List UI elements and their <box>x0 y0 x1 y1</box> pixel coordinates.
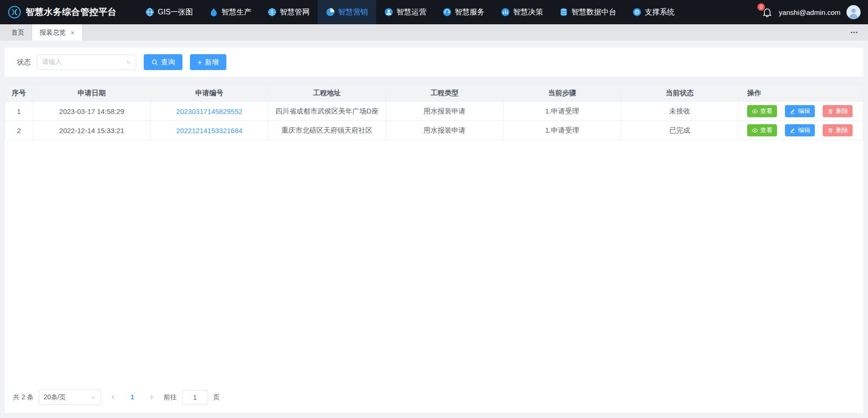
nav-label: 支撑系统 <box>645 7 675 17</box>
nav-label: 智慧生产 <box>222 7 252 17</box>
main-nav: GIS一张图 智慧生产 智慧管网 智慧营销 智慧运营 <box>137 0 683 24</box>
trash-icon <box>827 108 833 114</box>
edit-icon <box>790 128 796 134</box>
col-step: 当前步骤 <box>504 85 621 102</box>
application-number-link[interactable]: 20221214153321684 <box>176 127 243 135</box>
delete-button[interactable]: 删除 <box>823 105 853 117</box>
delete-button-label: 删除 <box>836 107 848 115</box>
service-icon <box>442 7 452 17</box>
delete-button-label: 删除 <box>836 126 848 135</box>
app-title: 智慧水务综合管控平台 <box>26 6 117 18</box>
cell-step: 1.申请受理 <box>504 121 621 140</box>
search-icon <box>151 59 158 66</box>
logo-icon <box>7 5 21 19</box>
nav-item-smart-production[interactable]: 智慧生产 <box>201 0 259 24</box>
edit-button-label: 编辑 <box>798 107 810 115</box>
nav-item-smart-operations[interactable]: 智慧运营 <box>376 0 434 24</box>
col-status: 当前状态 <box>621 85 739 102</box>
status-select[interactable]: 请输入 <box>37 55 136 70</box>
notification-badge: 0 <box>757 3 765 11</box>
view-button-label: 查看 <box>760 126 772 135</box>
cell-apply-date: 2022-12-14 15:33:21 <box>33 121 151 140</box>
col-apply-no: 申请编号 <box>151 85 268 102</box>
chevron-down-icon <box>126 59 131 65</box>
nav-item-gis-map[interactable]: GIS一张图 <box>137 0 201 24</box>
tab-label: 报装总览 <box>40 28 66 37</box>
pagination-total: 共 2 条 <box>13 393 34 402</box>
page-number-1[interactable]: 1 <box>126 390 140 405</box>
nav-label: 智慧运营 <box>397 7 427 17</box>
status-select-placeholder: 请输入 <box>42 58 62 66</box>
nav-label: 智慧服务 <box>455 7 485 17</box>
cell-apply-date: 2023-03-17 14:58:29 <box>33 102 151 121</box>
eye-icon <box>752 108 758 114</box>
cell-index: 1 <box>5 102 33 121</box>
top-navbar: 智慧水务综合管控平台 GIS一张图 智慧生产 智慧管网 智慧营销 <box>0 0 868 24</box>
nav-item-smart-marketing[interactable]: 智慧营销 <box>318 0 376 24</box>
nav-item-smart-decision[interactable]: 智慧决策 <box>493 0 551 24</box>
tab-home[interactable]: 首页 <box>4 24 32 41</box>
navbar-right: 0 yanshi@admin.com <box>762 5 861 19</box>
applications-table: 序号 申请日期 申请编号 工程地址 工程类型 当前步骤 当前状态 操作 1 20… <box>5 84 863 140</box>
nav-item-smart-pipe-network[interactable]: 智慧管网 <box>259 0 318 24</box>
page-size-select[interactable]: 20条/页 <box>39 390 101 405</box>
cell-status: 已完成 <box>621 121 739 140</box>
edit-button[interactable]: 编辑 <box>785 124 815 136</box>
cell-status: 未接收 <box>621 102 739 121</box>
notification-bell[interactable]: 0 <box>762 7 773 18</box>
filter-toolbar: 状态 请输入 查询 + 新增 <box>5 48 863 77</box>
nav-label: 智慧决策 <box>513 7 543 17</box>
add-button[interactable]: + 新增 <box>190 54 226 70</box>
data-center-icon <box>559 7 568 17</box>
nav-label: GIS一张图 <box>158 7 193 17</box>
pagination: 共 2 条 20条/页 1 前往 页 <box>5 386 863 413</box>
search-button-label: 查询 <box>161 58 175 67</box>
trash-icon <box>827 128 833 134</box>
page-suffix-label: 页 <box>213 393 220 402</box>
edit-button[interactable]: 编辑 <box>785 105 815 117</box>
next-page-button[interactable] <box>145 390 159 405</box>
col-actions: 操作 <box>739 85 863 102</box>
nav-item-smart-service[interactable]: 智慧服务 <box>434 0 493 24</box>
goto-label: 前往 <box>164 393 177 402</box>
col-type: 工程类型 <box>386 85 504 102</box>
page-content: 状态 请输入 查询 + 新增 序号 <box>0 41 868 413</box>
delete-button[interactable]: 删除 <box>823 124 853 136</box>
tab-more-button[interactable]: ⋯ <box>841 28 868 37</box>
application-number-link[interactable]: 20230317145829552 <box>176 107 243 115</box>
chevron-left-icon <box>110 394 116 400</box>
cell-type: 用水报装申请 <box>386 102 504 121</box>
cell-index: 2 <box>5 121 33 140</box>
search-button[interactable]: 查询 <box>144 54 182 70</box>
app-logo: 智慧水务综合管控平台 <box>7 5 117 19</box>
user-email: yanshi@admin.com <box>779 8 840 16</box>
prev-page-button[interactable] <box>106 390 120 405</box>
plus-icon: + <box>197 58 202 66</box>
nav-item-support-system[interactable]: 支撑系统 <box>624 0 683 24</box>
cell-address: 四川省成都市武侯区美年广场D座 <box>268 102 386 121</box>
goto-page-input[interactable] <box>182 390 208 404</box>
tab-baozhuang-overview[interactable]: 报装总览 × <box>32 24 83 41</box>
table-row: 2 2022-12-14 15:33:21 20221214153321684 … <box>5 121 863 140</box>
nav-label: 智慧管网 <box>280 7 310 17</box>
decision-icon <box>501 7 510 17</box>
pie-chart-icon <box>326 7 335 17</box>
chevron-right-icon <box>148 394 154 400</box>
globe-icon <box>145 7 154 17</box>
view-button[interactable]: 查看 <box>747 124 777 136</box>
user-avatar[interactable] <box>847 5 861 19</box>
view-button[interactable]: 查看 <box>747 105 777 117</box>
view-button-label: 查看 <box>760 107 772 115</box>
water-drop-icon <box>209 7 218 17</box>
nav-item-smart-data-center[interactable]: 智慧数据中台 <box>551 0 624 24</box>
cell-step: 1.申请受理 <box>504 102 621 121</box>
cell-address: 重庆市北碚区天府镇天府社区 <box>268 121 386 140</box>
col-address: 工程地址 <box>268 85 386 102</box>
close-icon[interactable]: × <box>70 29 75 36</box>
chevron-down-icon <box>91 395 96 400</box>
edit-button-label: 编辑 <box>798 126 810 135</box>
edit-icon <box>790 108 796 114</box>
nav-label: 智慧数据中台 <box>572 7 616 17</box>
tab-label: 首页 <box>11 28 24 37</box>
table-row: 1 2023-03-17 14:58:29 20230317145829552 … <box>5 102 863 121</box>
